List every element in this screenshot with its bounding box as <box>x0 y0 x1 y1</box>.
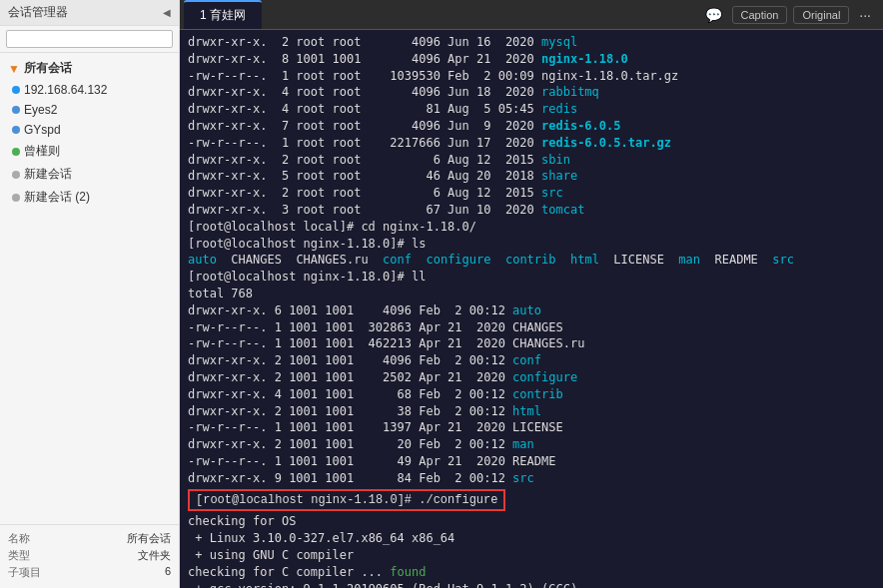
info-name-value: 所有会话 <box>127 531 171 546</box>
terminal[interactable]: drwxr-xr-x. 2 root root 4096 Jun 16 2020… <box>180 30 883 588</box>
chat-icon[interactable]: 💬 <box>701 5 726 25</box>
info-children-label: 子项目 <box>8 565 41 580</box>
sidebar-search-area <box>0 26 179 53</box>
highlighted-command: [root@localhost nginx-1.18.0]# ./configu… <box>188 489 505 512</box>
tree-expand-icon: ▼ <box>8 62 20 76</box>
tab-bar: 1 育娃网 💬 Caption Original ··· <box>180 0 883 30</box>
sidebar-search-input[interactable] <box>6 30 173 48</box>
sidebar-item-label: 曾槿则 <box>24 143 60 160</box>
caption-button[interactable]: Caption <box>732 6 788 24</box>
sidebar-item-zengjinze[interactable]: 曾槿则 <box>0 140 179 163</box>
info-children-value: 6 <box>165 565 171 580</box>
sidebar-item-new1[interactable]: 新建会话 <box>0 163 179 186</box>
more-menu-icon[interactable]: ··· <box>855 5 875 25</box>
session-dot-icon <box>12 126 20 134</box>
sidebar-item-label: 新建会话 <box>24 166 72 183</box>
sidebar-info-panel: 名称 所有会话 类型 文件夹 子项目 6 <box>0 524 179 588</box>
sidebar-header: 会话管理器 ◀ <box>0 0 179 26</box>
sidebar-item-label: GYspd <box>24 123 61 137</box>
tab-label: 1 育娃网 <box>200 8 246 22</box>
sidebar-root-item[interactable]: ▼ 所有会话 <box>0 57 179 80</box>
info-name-row: 名称 所有会话 <box>8 531 171 546</box>
info-children-row: 子项目 6 <box>8 565 171 580</box>
original-button[interactable]: Original <box>793 6 849 24</box>
session-dot-icon <box>12 106 20 114</box>
session-dot-icon <box>12 86 20 94</box>
session-dot-icon <box>12 148 20 156</box>
configure-output: checking for OS + Linux 3.10.0-327.el7.x… <box>188 513 875 588</box>
sidebar-item-label: 192.168.64.132 <box>24 83 107 97</box>
sidebar-root-label: 所有会话 <box>24 60 72 77</box>
main-area: 1 育娃网 💬 Caption Original ··· drwxr-xr-x.… <box>180 0 883 588</box>
sidebar-item-gyspd[interactable]: GYspd <box>0 120 179 140</box>
sidebar-item-label: 新建会话 (2) <box>24 189 90 206</box>
highlighted-command-line: [root@localhost nginx-1.18.0]# ./configu… <box>188 489 875 512</box>
info-type-label: 类型 <box>8 548 30 563</box>
tab-yuwawang[interactable]: 1 育娃网 <box>184 0 262 29</box>
sidebar-item-eyes2[interactable]: Eyes2 <box>0 100 179 120</box>
sidebar-tree: ▼ 所有会话 192.168.64.132 Eyes2 GYspd 曾槿则 新建… <box>0 53 179 524</box>
session-dot-icon <box>12 171 20 179</box>
sidebar-title: 会话管理器 <box>8 4 68 21</box>
info-name-label: 名称 <box>8 531 30 546</box>
info-type-row: 类型 文件夹 <box>8 548 171 563</box>
sidebar-item-new2[interactable]: 新建会话 (2) <box>0 186 179 209</box>
toolbar-right: 💬 Caption Original ··· <box>701 5 880 25</box>
sidebar-item-ip[interactable]: 192.168.64.132 <box>0 80 179 100</box>
terminal-output: drwxr-xr-x. 2 root root 4096 Jun 16 2020… <box>188 34 875 487</box>
info-type-value: 文件夹 <box>138 548 171 563</box>
sidebar: 会话管理器 ◀ ▼ 所有会话 192.168.64.132 Eyes2 GYsp… <box>0 0 180 588</box>
sidebar-collapse-btn[interactable]: ◀ <box>163 7 171 18</box>
sidebar-item-label: Eyes2 <box>24 103 57 117</box>
session-dot-icon <box>12 194 20 202</box>
